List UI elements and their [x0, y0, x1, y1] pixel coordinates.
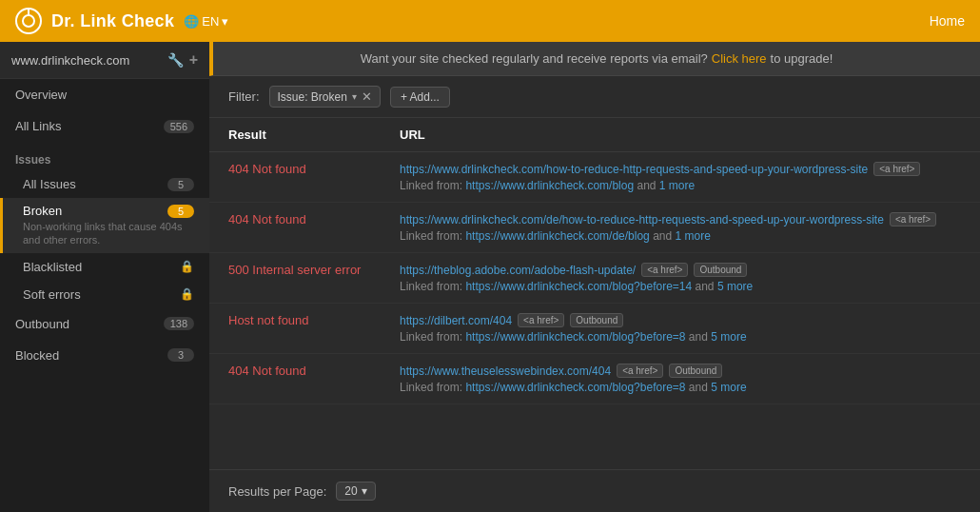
linked-from-url[interactable]: https://www.drlinkcheck.com/blog?before=…	[465, 280, 692, 293]
logo-text: Dr. Link Check	[51, 11, 174, 31]
wrench-icon[interactable]: 🔧	[167, 52, 184, 68]
filter-tag-close-icon[interactable]: ✕	[362, 89, 372, 104]
outbound-badge: Outbound	[694, 263, 747, 277]
svg-point-1	[23, 15, 34, 27]
table-header: Result URL	[209, 118, 980, 152]
linked-from: Linked from: https://www.drlinkcheck.com…	[400, 229, 961, 243]
globe-icon: 🌐	[184, 14, 199, 29]
result-status: 500 Internal server error	[228, 263, 400, 277]
per-page-label: Results per Page:	[228, 484, 326, 499]
sidebar-item-all-issues[interactable]: All Issues 5	[0, 170, 209, 198]
sidebar-item-broken[interactable]: Broken 5 Non-working links that cause 40…	[0, 198, 209, 253]
linked-from-url[interactable]: https://www.drlinkcheck.com/de/blog	[465, 229, 649, 243]
site-row: www.drlinkcheck.com 🔧 +	[0, 42, 209, 79]
table-row: 404 Not found https://www.drlinkcheck.co…	[209, 152, 980, 203]
url-cell: https://theblog.adobe.com/adobe-flash-up…	[400, 263, 961, 293]
site-name: www.drlinkcheck.com	[11, 53, 162, 68]
tag-badge: <a href>	[617, 364, 663, 378]
url-link[interactable]: https://www.drlinkcheck.com/de/how-to-re…	[400, 213, 884, 226]
linked-from-url[interactable]: https://www.drlinkcheck.com/blog?before=…	[465, 330, 685, 344]
tag-badge: <a href>	[873, 162, 920, 176]
add-site-icon[interactable]: +	[189, 51, 198, 69]
add-filter-button[interactable]: + Add...	[390, 87, 450, 108]
url-cell: https://www.theuselesswebindex.com/404 <…	[400, 364, 961, 394]
sidebar: www.drlinkcheck.com 🔧 + Overview All Lin…	[0, 42, 209, 512]
linked-from-url[interactable]: https://www.drlinkcheck.com/blog?before=…	[465, 381, 685, 394]
tag-badge: <a href>	[641, 263, 688, 277]
more-link[interactable]: 5 more	[717, 280, 753, 293]
result-status: 404 Not found	[228, 162, 400, 176]
sidebar-item-blocked[interactable]: Blocked 3	[0, 340, 209, 371]
url-link[interactable]: https://dilbert.com/404	[400, 314, 512, 327]
linked-from: Linked from: https://www.drlinkcheck.com…	[400, 381, 961, 394]
lang-chevron-icon: ▾	[222, 14, 228, 29]
outbound-badge: Outbound	[669, 364, 722, 378]
linked-from: Linked from: https://www.drlinkcheck.com…	[400, 280, 961, 293]
url-link[interactable]: https://www.theuselesswebindex.com/404	[400, 364, 611, 378]
table-row: 404 Not found https://www.drlinkcheck.co…	[209, 203, 980, 253]
home-link[interactable]: Home	[930, 13, 965, 29]
more-link[interactable]: 5 more	[711, 381, 746, 394]
filter-tag-arrow-icon: ▾	[352, 91, 357, 102]
lock-icon-soft-errors: 🔒	[180, 287, 194, 301]
tag-badge: <a href>	[890, 212, 936, 226]
linked-from: Linked from: https://www.drlinkcheck.com…	[400, 330, 961, 344]
filter-tag-broken[interactable]: Issue: Broken ▾ ✕	[269, 86, 381, 108]
logo-icon	[15, 8, 42, 34]
sidebar-item-all-links[interactable]: All Links 556	[0, 110, 209, 142]
linked-from: Linked from: https://www.drlinkcheck.com…	[400, 179, 961, 192]
nav-left: Dr. Link Check 🌐 EN ▾	[15, 8, 228, 34]
more-link[interactable]: 1 more	[676, 229, 711, 243]
table-row: 500 Internal server error https://theblo…	[209, 253, 980, 304]
url-link[interactable]: https://www.drlinkcheck.com/how-to-reduc…	[400, 163, 868, 176]
url-link[interactable]: https://theblog.adobe.com/adobe-flash-up…	[400, 264, 636, 277]
table-row: Host not found https://dilbert.com/404 <…	[209, 304, 980, 354]
top-nav: Dr. Link Check 🌐 EN ▾ Home	[0, 0, 980, 42]
result-status: 404 Not found	[228, 212, 400, 226]
url-cell: https://www.drlinkcheck.com/de/how-to-re…	[400, 212, 961, 243]
filter-bar: Filter: Issue: Broken ▾ ✕ + Add...	[209, 76, 980, 118]
upgrade-banner: Want your site checked regularly and rec…	[209, 42, 980, 76]
outbound-badge: Outbound	[570, 313, 623, 327]
issues-section-label: Issues	[0, 142, 209, 170]
pagination-row: Results per Page: 20 ▾	[209, 469, 980, 512]
url-cell: https://www.drlinkcheck.com/how-to-reduc…	[400, 162, 961, 192]
linked-from-url[interactable]: https://www.drlinkcheck.com/blog	[465, 179, 634, 192]
more-link[interactable]: 1 more	[659, 179, 695, 192]
sidebar-item-overview[interactable]: Overview	[0, 79, 209, 110]
upgrade-link[interactable]: Click here	[712, 51, 767, 66]
table-row: 404 Not found https://www.theuselesswebi…	[209, 354, 980, 404]
per-page-chevron-icon: ▾	[362, 484, 367, 498]
sidebar-item-outbound[interactable]: Outbound 138	[0, 308, 209, 340]
results-table: 404 Not found https://www.drlinkcheck.co…	[209, 152, 980, 469]
lock-icon-blacklisted: 🔒	[180, 260, 194, 273]
per-page-select[interactable]: 20 ▾	[336, 482, 375, 501]
main-layout: www.drlinkcheck.com 🔧 + Overview All Lin…	[0, 42, 980, 512]
tag-badge: <a href>	[518, 313, 564, 327]
main-content: Want your site checked regularly and rec…	[209, 42, 980, 512]
more-link[interactable]: 5 more	[711, 330, 746, 344]
sidebar-item-soft-errors[interactable]: Soft errors 🔒	[0, 281, 209, 308]
result-status: Host not found	[228, 313, 400, 327]
filter-label: Filter:	[228, 89, 260, 104]
url-cell: https://dilbert.com/404 <a href> Outboun…	[400, 313, 961, 344]
lang-selector[interactable]: 🌐 EN ▾	[184, 14, 228, 29]
result-status: 404 Not found	[228, 364, 400, 378]
sidebar-item-blacklisted[interactable]: Blacklisted 🔒	[0, 253, 209, 281]
